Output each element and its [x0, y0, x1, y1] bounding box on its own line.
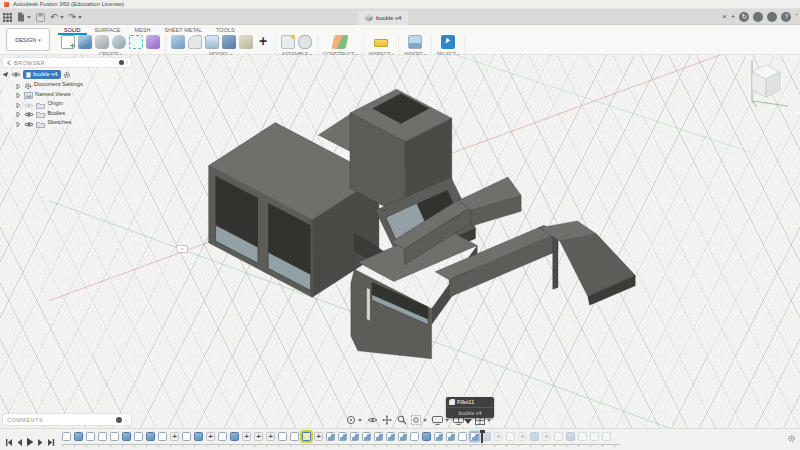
- browser-more-icon[interactable]: ›: [126, 60, 128, 65]
- pattern-icon[interactable]: [129, 35, 143, 49]
- design-workspace-button[interactable]: DESIGN: [6, 28, 50, 51]
- undo-icon[interactable]: ↶: [50, 13, 64, 21]
- fillet-icon[interactable]: [188, 35, 202, 49]
- construct-plane-icon[interactable]: [332, 35, 349, 49]
- save-icon[interactable]: [36, 13, 45, 22]
- browser-root-row[interactable]: buckle v4: [2, 69, 132, 80]
- file-menu-icon[interactable]: [17, 12, 31, 22]
- new-tab-icon[interactable]: +: [731, 12, 736, 22]
- joint-icon[interactable]: [298, 35, 312, 49]
- pan-icon[interactable]: [382, 415, 392, 425]
- timeline-item-22-fillet[interactable]: [326, 432, 335, 441]
- timeline-item-39-extrude[interactable]: [530, 432, 539, 441]
- timeline-item-30-extrude[interactable]: [422, 432, 431, 441]
- comments-expand-icon[interactable]: ›: [125, 417, 127, 423]
- timeline-item-4-sketch[interactable]: [110, 432, 119, 441]
- orbit-icon[interactable]: [346, 415, 362, 425]
- browser-item-named-views[interactable]: Named Views: [2, 90, 132, 100]
- collapse-panel-icon[interactable]: ˆ: [795, 12, 798, 22]
- browser-item-origin[interactable]: Origin: [2, 99, 132, 109]
- redo-icon[interactable]: ↷: [69, 13, 83, 21]
- timeline-item-23-fillet[interactable]: [338, 432, 347, 441]
- sweep-icon[interactable]: [112, 35, 126, 49]
- timeline-item-21-move[interactable]: [314, 432, 323, 441]
- look-at-icon[interactable]: [367, 416, 378, 424]
- timeline-item-27-fillet[interactable]: [386, 432, 395, 441]
- browser-item-sketches[interactable]: Sketches: [2, 118, 132, 128]
- timeline-skip-start-button[interactable]: [5, 433, 13, 450]
- timeline-item-33-sketch[interactable]: [458, 432, 467, 441]
- expand-open-icon[interactable]: [2, 72, 9, 78]
- timeline-item-7-extrude[interactable]: [146, 432, 155, 441]
- timeline-item-42-extrude[interactable]: [566, 432, 575, 441]
- timeline-item-28-fillet[interactable]: [398, 432, 407, 441]
- revolve-icon[interactable]: [95, 35, 109, 49]
- browser-item-document-settings[interactable]: Document Settings: [2, 80, 132, 90]
- timeline-item-17-move[interactable]: [266, 432, 275, 441]
- timeline-item-25-fillet[interactable]: [362, 432, 371, 441]
- timeline-play-button[interactable]: [26, 433, 34, 450]
- timeline-item-14-extrude[interactable]: [230, 432, 239, 441]
- timeline-item-16-move[interactable]: [254, 432, 263, 441]
- timeline-item-19-sketch[interactable]: [290, 432, 299, 441]
- expand-closed-icon[interactable]: [16, 114, 21, 132]
- combine-icon[interactable]: [222, 35, 236, 49]
- notifications-icon[interactable]: [767, 12, 777, 22]
- split-body-icon[interactable]: [239, 35, 253, 49]
- visibility-eye-icon[interactable]: [24, 114, 34, 132]
- timeline-item-35-extrude[interactable]: [482, 432, 491, 441]
- timeline-item-29-sketch[interactable]: [410, 432, 419, 441]
- extrude-icon[interactable]: [78, 35, 92, 49]
- timeline-item-6-sketch[interactable]: [134, 432, 143, 441]
- document-tab[interactable]: buckle v4: [358, 11, 408, 25]
- timeline-item-45-sketch[interactable]: [602, 432, 611, 441]
- timeline-item-44-sketch[interactable]: [590, 432, 599, 441]
- timeline-item-5-extrude[interactable]: [122, 432, 131, 441]
- browser-item-bodies[interactable]: Bodies: [2, 109, 132, 119]
- measure-icon[interactable]: [374, 39, 388, 47]
- timeline-item-34-fillet[interactable]: [470, 432, 479, 441]
- shell-icon[interactable]: [205, 35, 219, 49]
- timeline-item-8-sketch[interactable]: [158, 432, 167, 441]
- timeline-item-18-sketch[interactable]: [278, 432, 287, 441]
- timeline-item-26-fillet[interactable]: [374, 432, 383, 441]
- timeline-item-12-move[interactable]: [206, 432, 215, 441]
- create-sketch-icon[interactable]: [61, 35, 75, 49]
- gear-icon[interactable]: [63, 71, 71, 79]
- collapse-browser-icon[interactable]: [6, 60, 12, 66]
- timeline-item-24-fillet[interactable]: [350, 432, 359, 441]
- timeline-skip-end-button[interactable]: [47, 433, 55, 450]
- timeline-step-forward-button[interactable]: [37, 433, 44, 450]
- buckle-model[interactable]: [209, 89, 636, 358]
- browser-filter-icon[interactable]: [119, 60, 124, 65]
- timeline-item-9-move[interactable]: [170, 432, 179, 441]
- zoom-icon[interactable]: [397, 415, 407, 425]
- help-icon[interactable]: ?: [781, 12, 791, 22]
- comments-bar[interactable]: COMMENTS ›: [2, 413, 132, 426]
- timeline-item-10-sketch[interactable]: [182, 432, 191, 441]
- timeline-item-41-sketch[interactable]: [554, 432, 563, 441]
- timeline-item-36-move[interactable]: [494, 432, 503, 441]
- move-icon[interactable]: [256, 35, 270, 49]
- timeline-item-20-extrude[interactable]: [302, 432, 311, 441]
- timeline-step-back-button[interactable]: [16, 433, 23, 450]
- new-component-icon[interactable]: [281, 35, 295, 49]
- timeline-item-2-sketch[interactable]: [86, 432, 95, 441]
- timeline-item-40-move[interactable]: [542, 432, 551, 441]
- timeline-item-3-sketch[interactable]: [98, 432, 107, 441]
- close-tab-icon[interactable]: ×: [722, 12, 727, 22]
- profile-icon[interactable]: [753, 12, 763, 22]
- timeline-settings-icon[interactable]: [787, 434, 796, 443]
- timeline-playhead[interactable]: [481, 430, 483, 443]
- form-icon[interactable]: [146, 35, 160, 49]
- view-cube[interactable]: [742, 57, 790, 107]
- timeline-item-37-sketch[interactable]: [506, 432, 515, 441]
- timeline-item-1-extrude[interactable]: [74, 432, 83, 441]
- timeline-item-32-fillet[interactable]: [446, 432, 455, 441]
- timeline-item-0-sketch[interactable]: [62, 432, 71, 441]
- timeline-item-11-extrude[interactable]: [194, 432, 203, 441]
- fit-icon[interactable]: [411, 415, 427, 425]
- select-icon[interactable]: [441, 35, 455, 49]
- timeline-item-15-move[interactable]: [242, 432, 251, 441]
- timeline-item-43-sketch[interactable]: [578, 432, 587, 441]
